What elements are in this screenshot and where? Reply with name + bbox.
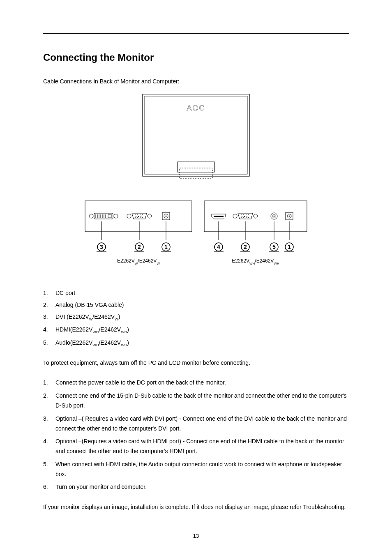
- svg-point-60: [254, 214, 258, 218]
- svg-point-54: [244, 216, 245, 217]
- svg-point-18: [137, 214, 138, 215]
- port-label: DC port: [52, 289, 349, 297]
- svg-text:1: 1: [164, 244, 168, 250]
- port-label: Analog (DB-15 VGA cable): [52, 301, 349, 309]
- port-label: DVI (E2262VW/E2462VW): [52, 313, 349, 322]
- svg-text:2: 2: [244, 244, 247, 250]
- port-item: 1. DC port: [43, 287, 349, 299]
- svg-point-26: [135, 217, 136, 218]
- connection-diagram-svg: AOC: [81, 94, 311, 271]
- port-label: Audio(E2262VWH/E2462VWH): [52, 339, 349, 348]
- page-title: Connecting the Monitor: [43, 50, 349, 65]
- closing-note: If your monitor displays an image, insta…: [43, 503, 349, 511]
- monitor-diagram: AOC: [81, 94, 311, 271]
- svg-point-16: [127, 214, 131, 218]
- brand-logo: AOC: [187, 104, 205, 112]
- step-item: 5.When connect with HDMI cable, the Audi…: [43, 458, 349, 481]
- svg-point-19: [140, 214, 141, 215]
- port-item: 3. DVI (E2262VW/E2462VW): [43, 311, 349, 324]
- port-item: 5. Audio(E2262VWH/E2462VWH): [43, 337, 349, 350]
- svg-point-33: [166, 216, 167, 217]
- step-item: 2.Connect one end of the 15-pin D-Sub ca…: [43, 389, 349, 412]
- step-item: 4.Optional –(Requires a video card with …: [43, 435, 349, 458]
- svg-point-57: [243, 217, 244, 218]
- svg-point-17: [135, 214, 136, 215]
- port-label: HDMI(E2262VWH/E2462VWH): [52, 325, 349, 335]
- step-item: 1.Connect the power cable to the DC port…: [43, 376, 349, 389]
- svg-point-22: [136, 216, 136, 217]
- intro-text: Cable Connections In Back of Monitor and…: [43, 77, 349, 86]
- svg-text:E2262VW/E2462VW: E2262VW/E2462VW: [117, 258, 160, 265]
- svg-point-30: [148, 214, 152, 218]
- svg-point-52: [248, 214, 249, 215]
- svg-point-5: [89, 214, 93, 218]
- port-num: 3.: [43, 313, 52, 321]
- step-item: 6.Turn on your monitor and computer.: [43, 481, 349, 494]
- svg-point-27: [137, 217, 138, 218]
- top-rule: [43, 33, 349, 34]
- svg-rect-2: [178, 162, 214, 172]
- port-num: 5.: [43, 339, 52, 347]
- svg-text:2: 2: [138, 244, 141, 250]
- svg-point-29: [142, 217, 143, 218]
- left-model-a: E2262V: [117, 258, 135, 264]
- document-page: Connecting the Monitor Cable Connections…: [0, 0, 392, 555]
- svg-point-24: [141, 216, 141, 217]
- svg-point-50: [243, 214, 244, 215]
- svg-point-53: [242, 216, 242, 217]
- svg-rect-3: [180, 168, 212, 178]
- svg-point-55: [247, 216, 247, 217]
- svg-point-58: [246, 217, 247, 218]
- protect-note: To protect equipment, always turn off th…: [43, 359, 349, 367]
- svg-point-28: [140, 217, 141, 218]
- port-num: 2.: [43, 301, 52, 309]
- svg-text:3: 3: [100, 244, 103, 250]
- svg-point-49: [241, 214, 242, 215]
- port-item: 4. HDMI(E2262VWH/E2462VWH): [43, 324, 349, 336]
- right-model-a: E2262V: [232, 258, 249, 264]
- svg-point-15: [114, 214, 118, 218]
- svg-text:1: 1: [288, 244, 291, 250]
- svg-point-56: [241, 217, 242, 218]
- svg-text:5: 5: [272, 244, 276, 250]
- port-list: 1. DC port 2. Analog (DB-15 VGA cable) 3…: [43, 287, 349, 350]
- svg-rect-47: [214, 216, 224, 217]
- svg-rect-6: [94, 213, 113, 219]
- port-item: 2. Analog (DB-15 VGA cable): [43, 299, 349, 311]
- svg-point-51: [246, 214, 247, 215]
- svg-point-59: [248, 217, 249, 218]
- step-item: 3.Optional –( Requires a video card with…: [43, 412, 349, 435]
- port-num: 1.: [43, 289, 52, 297]
- steps-list: 1.Connect the power cable to the DC port…: [43, 376, 349, 494]
- page-number: 13: [43, 532, 349, 540]
- svg-point-23: [138, 216, 139, 217]
- svg-text:4: 4: [217, 244, 220, 250]
- svg-point-66: [289, 216, 290, 217]
- svg-point-48: [233, 214, 237, 218]
- svg-point-63: [274, 216, 275, 217]
- diagram-container: AOC: [43, 94, 349, 271]
- port-num: 4.: [43, 325, 52, 334]
- svg-point-20: [142, 214, 143, 215]
- svg-rect-7: [108, 214, 111, 218]
- svg-text:E2262VWH/E2462VWH: E2262VWH/E2462VWH: [232, 258, 279, 265]
